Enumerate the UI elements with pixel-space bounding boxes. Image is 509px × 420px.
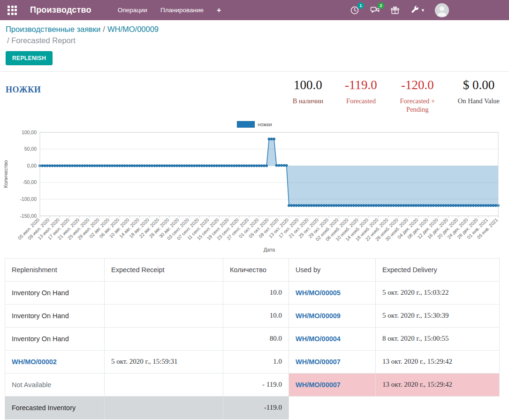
stat-forecasted-label: Forecasted <box>345 97 377 105</box>
cell-expected-delivery: 13 окт. 2020 г., 15:29:42 <box>376 350 500 373</box>
table-row: Inventory On Hand 80.0 WH/MO/00004 8 окт… <box>5 327 500 350</box>
systray: 1 2 ▼ <box>349 0 449 20</box>
breadcrumb-separator: / <box>103 25 105 33</box>
stat-forecasted-pending-label: Forecasted + Pending <box>399 97 436 114</box>
legend-swatch <box>237 121 255 128</box>
mo-link[interactable]: WH/MO/00007 <box>296 358 341 366</box>
apps-menu-icon[interactable] <box>8 6 17 15</box>
tools-menu[interactable]: ▼ <box>410 5 425 15</box>
cell-expected-delivery: 5 окт. 2020 г., 15:03:22 <box>376 281 500 304</box>
stat-on-hand-value: 100.0 <box>293 78 323 92</box>
cell-forecasted-inventory-quantity: -119.0 <box>223 396 289 419</box>
cell-replenishment: WH/MO/00002 <box>5 350 105 373</box>
table-header-row: Replenishment Expected Receipt Количеств… <box>5 258 500 281</box>
svg-text:-100,00: -100,00 <box>20 196 37 202</box>
cell-used-by: WH/MO/00007 <box>289 350 376 373</box>
cell-expected-delivery: 8 окт. 2020 г., 15:00:55 <box>376 327 500 350</box>
cell-expected-receipt <box>105 281 223 304</box>
svg-text:Дата: Дата <box>264 247 275 252</box>
menu-operations[interactable]: Операции <box>118 7 147 14</box>
cell-forecasted-inventory-label: Forecasted Inventory <box>5 396 105 419</box>
table-row: Inventory On Hand 10.0 WH/MO/00009 5 окт… <box>5 304 500 327</box>
svg-text:0,00: 0,00 <box>27 163 37 168</box>
table-row: Not Available - 119.0 WH/MO/00007 13 окт… <box>5 373 500 396</box>
stat-forecasted-value: -119.0 <box>345 78 377 92</box>
stat-forecasted: -119.0 Forecasted <box>345 78 377 114</box>
cell-expected-delivery: 5 окт. 2020 г., 15:30:39 <box>376 304 500 327</box>
cell-expected-receipt <box>105 373 223 396</box>
stat-forecasted-pending: -120.0 Forecasted + Pending <box>399 78 436 114</box>
activity-badge: 1 <box>357 2 364 9</box>
main-menu: Операции Планирование + <box>118 7 221 14</box>
stat-on-hand-value-value: $ 0.00 <box>458 78 500 92</box>
mo-link[interactable]: WH/MO/00005 <box>296 289 341 297</box>
cell-used-by: WH/MO/00005 <box>289 281 376 304</box>
svg-text:100,00: 100,00 <box>22 129 37 135</box>
cell-expected-delivery: 13 окт. 2020 г., 15:29:42 <box>376 373 500 396</box>
gift-icon[interactable] <box>390 5 400 15</box>
cell-expected-receipt: 5 окт. 2020 г., 15:59:31 <box>105 350 223 373</box>
breadcrumb-parent-link[interactable]: Производственные заявки <box>6 25 100 33</box>
product-title: НОЖКИ <box>6 85 41 95</box>
stat-on-hand-value-label: On Hand Value <box>458 97 500 105</box>
product-header: НОЖКИ 100.0 В наличии -119.0 Forecasted … <box>0 72 509 114</box>
chart-legend[interactable]: ножки <box>0 121 509 128</box>
breadcrumb-active: / Forecasted Report <box>6 36 501 45</box>
cell-blank <box>289 396 376 419</box>
user-avatar[interactable] <box>435 3 449 17</box>
cell-used-by: WH/MO/00009 <box>289 304 376 327</box>
forecast-chart: 100,0050,000,00-50,00-100,00-150,0005 ию… <box>0 128 509 255</box>
mo-link[interactable]: WH/MO/00004 <box>296 335 341 343</box>
col-header-used-by: Used by <box>289 258 376 281</box>
cell-quantity: 10.0 <box>223 281 289 304</box>
messages-badge: 2 <box>378 2 384 9</box>
cell-quantity: - 119.0 <box>223 373 289 396</box>
cell-quantity: 80.0 <box>223 327 289 350</box>
breadcrumb-current-link[interactable]: WH/MO/00009 <box>107 25 159 33</box>
svg-text:-150,00: -150,00 <box>20 213 37 218</box>
cell-blank <box>376 396 500 419</box>
breadcrumb: Производственные заявки/WH/MO/00009 / Fo… <box>0 20 509 45</box>
menu-planning[interactable]: Планирование <box>160 7 204 14</box>
cell-replenishment: Inventory On Hand <box>5 304 105 327</box>
col-header-expected-delivery: Expected Delivery <box>376 258 500 281</box>
col-header-replenishment: Replenishment <box>5 258 105 281</box>
app-title: Производство <box>30 5 91 15</box>
replenishment-table-wrap: Replenishment Expected Receipt Количеств… <box>5 258 500 420</box>
breadcrumb-separator: / <box>7 36 9 45</box>
replenishment-table: Replenishment Expected Receipt Количеств… <box>5 258 500 420</box>
cell-expected-receipt <box>105 304 223 327</box>
stats: 100.0 В наличии -119.0 Forecasted -120.0… <box>293 78 500 114</box>
cell-empty <box>105 396 223 419</box>
stat-forecasted-pending-value: -120.0 <box>399 78 436 92</box>
cell-replenishment: Not Available <box>5 373 105 396</box>
table-row: WH/MO/00002 5 окт. 2020 г., 15:59:31 1.0… <box>5 350 500 373</box>
mo-link[interactable]: WH/MO/00007 <box>296 381 341 389</box>
stat-on-hand-value-block: $ 0.00 On Hand Value <box>458 78 500 114</box>
stat-on-hand: 100.0 В наличии <box>293 78 323 114</box>
mo-link[interactable]: WH/MO/00002 <box>12 358 57 366</box>
forecasted-inventory-row: Forecasted Inventory -119.0 <box>5 396 500 419</box>
chevron-down-icon: ▼ <box>421 8 425 13</box>
plus-icon[interactable]: + <box>217 7 221 14</box>
messages-icon[interactable]: 2 <box>370 5 380 15</box>
col-header-expected-receipt: Expected Receipt <box>105 258 223 281</box>
mo-link[interactable]: WH/MO/00009 <box>296 312 341 320</box>
breadcrumb-line1: Производственные заявки/WH/MO/00009 <box>6 25 501 34</box>
cell-replenishment: Inventory On Hand <box>5 281 105 304</box>
cell-used-by: WH/MO/00004 <box>289 327 376 350</box>
table-row: Inventory On Hand 10.0 WH/MO/00005 5 окт… <box>5 281 500 304</box>
activity-clock-icon[interactable]: 1 <box>349 5 360 15</box>
replenish-button[interactable]: REPLENISH <box>6 51 53 65</box>
svg-text:-50,00: -50,00 <box>23 179 37 185</box>
cell-expected-receipt <box>105 327 223 350</box>
stat-on-hand-label: В наличии <box>293 97 323 105</box>
col-header-quantity: Количество <box>223 258 289 281</box>
svg-text:Количество: Количество <box>3 160 8 188</box>
breadcrumb-active-label: Forecasted Report <box>11 36 76 45</box>
cell-used-by: WH/MO/00007 <box>289 373 376 396</box>
wrench-icon <box>410 5 419 15</box>
legend-label: ножки <box>258 122 272 127</box>
cell-quantity: 10.0 <box>223 304 289 327</box>
svg-text:50,00: 50,00 <box>24 146 37 152</box>
